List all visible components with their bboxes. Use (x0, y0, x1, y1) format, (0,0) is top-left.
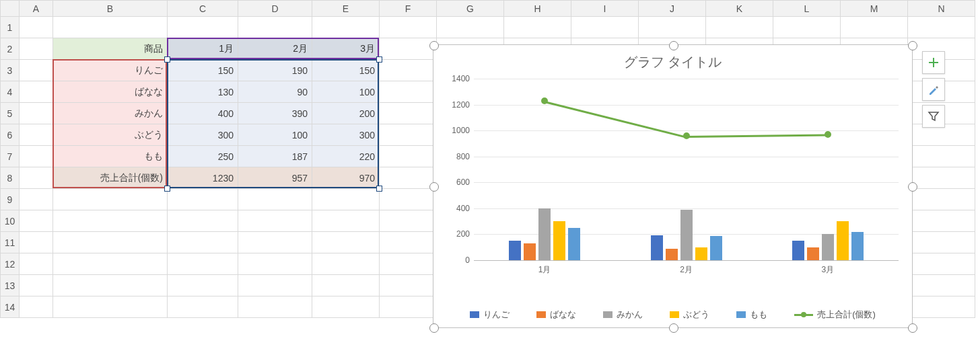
cell-C7[interactable]: 250 (168, 146, 238, 167)
cell-C3[interactable]: 150 (168, 60, 238, 81)
cell-B1[interactable] (53, 17, 168, 38)
cell-F9[interactable] (380, 189, 437, 210)
cell-E12[interactable] (312, 253, 380, 275)
cell-F5[interactable] (380, 103, 437, 124)
cell-E5[interactable]: 200 (312, 103, 380, 124)
cell-F3[interactable] (380, 60, 437, 81)
cell-D8[interactable]: 957 (238, 167, 312, 189)
bar-ぶどう-1月[interactable] (553, 221, 565, 260)
cell-F1[interactable] (380, 17, 437, 38)
cell-B14[interactable] (53, 296, 168, 318)
cell-N8[interactable] (908, 167, 975, 189)
cell-D11[interactable] (238, 232, 312, 253)
row-header-8[interactable]: 8 (1, 167, 20, 189)
col-header-K[interactable]: K (706, 1, 773, 17)
cell-F11[interactable] (380, 232, 437, 253)
col-header-J[interactable]: J (639, 1, 706, 17)
cell-F7[interactable] (380, 146, 437, 167)
chart-object[interactable]: グラフ タイトル 02004006008001000120014001月2月3月… (433, 44, 913, 328)
row-header-7[interactable]: 7 (1, 146, 20, 167)
cell-B3[interactable]: りんご (53, 60, 168, 81)
col-header-I[interactable]: I (571, 1, 639, 17)
bar-もも-1月[interactable] (568, 228, 580, 260)
col-header-E[interactable]: E (312, 1, 380, 17)
col-header-A[interactable]: A (20, 1, 53, 17)
col-header-H[interactable]: H (504, 1, 571, 17)
cell-B9[interactable] (53, 189, 168, 210)
row-header-1[interactable]: 1 (1, 17, 20, 38)
cell-N13[interactable] (908, 275, 975, 296)
chart-elements-button[interactable] (922, 51, 945, 74)
cell-N12[interactable] (908, 253, 975, 275)
cell-C9[interactable] (168, 189, 238, 210)
bar-ばなな-1月[interactable] (524, 243, 536, 260)
cell-D9[interactable] (238, 189, 312, 210)
col-header-M[interactable]: M (841, 1, 908, 17)
cell-B7[interactable]: もも (53, 146, 168, 167)
bar-りんご-2月[interactable] (651, 235, 663, 260)
legend-item-みかん[interactable]: みかん (603, 309, 643, 321)
row-header-14[interactable]: 14 (1, 296, 20, 318)
row-header-9[interactable]: 9 (1, 189, 20, 210)
cell-F14[interactable] (380, 296, 437, 318)
cell-A13[interactable] (20, 275, 53, 296)
cell-H1[interactable] (504, 17, 571, 38)
cell-E10[interactable] (312, 210, 380, 232)
cell-A10[interactable] (20, 210, 53, 232)
chart-resize-handle[interactable] (669, 323, 678, 333)
chart-styles-button[interactable] (922, 78, 945, 101)
cell-A5[interactable] (20, 103, 53, 124)
row-header-11[interactable]: 11 (1, 232, 20, 253)
cell-E4[interactable]: 100 (312, 81, 380, 103)
cell-F2[interactable] (380, 38, 437, 60)
bar-もも-2月[interactable] (710, 236, 722, 260)
cell-D14[interactable] (238, 296, 312, 318)
bar-みかん-1月[interactable] (538, 208, 551, 260)
cell-C13[interactable] (168, 275, 238, 296)
cell-A3[interactable] (20, 60, 53, 81)
cell-A2[interactable] (20, 38, 53, 60)
cell-D5[interactable]: 390 (238, 103, 312, 124)
cell-E13[interactable] (312, 275, 380, 296)
bar-みかん-3月[interactable] (822, 234, 834, 260)
cell-J1[interactable] (639, 17, 706, 38)
col-header-D[interactable]: D (238, 1, 312, 17)
col-header-F[interactable]: F (380, 1, 437, 17)
cell-B11[interactable] (53, 232, 168, 253)
cell-D10[interactable] (238, 210, 312, 232)
cell-A6[interactable] (20, 124, 53, 146)
legend-item-ぶどう[interactable]: ぶどう (670, 309, 709, 321)
cell-B8[interactable]: 売上合計(個数) (53, 167, 168, 189)
chart-resize-handle[interactable] (669, 41, 678, 50)
cell-N11[interactable] (908, 232, 975, 253)
cell-D6[interactable]: 100 (238, 124, 312, 146)
cell-B13[interactable] (53, 275, 168, 296)
row-header-3[interactable]: 3 (1, 60, 20, 81)
bar-ぶどう-2月[interactable] (695, 247, 707, 260)
cell-D3[interactable]: 190 (238, 60, 312, 81)
chart-legend[interactable]: りんごばななみかんぶどうもも売上合計(個数) (433, 309, 912, 321)
cell-F12[interactable] (380, 253, 437, 275)
bar-みかん-2月[interactable] (680, 210, 693, 260)
cell-F10[interactable] (380, 210, 437, 232)
cell-B10[interactable] (53, 210, 168, 232)
cell-N9[interactable] (908, 189, 975, 210)
cell-B2[interactable]: 商品 (53, 38, 168, 60)
chart-resize-handle[interactable] (908, 41, 917, 50)
chart-filter-button[interactable] (922, 105, 945, 128)
cell-M1[interactable] (841, 17, 908, 38)
cell-E9[interactable] (312, 189, 380, 210)
cell-B6[interactable]: ぶどう (53, 124, 168, 146)
cell-E1[interactable] (312, 17, 380, 38)
cell-N1[interactable] (908, 17, 975, 38)
cell-E7[interactable]: 220 (312, 146, 380, 167)
cell-A11[interactable] (20, 232, 53, 253)
cell-G1[interactable] (437, 17, 504, 38)
col-header-G[interactable]: G (437, 1, 504, 17)
cell-C6[interactable]: 300 (168, 124, 238, 146)
cell-B12[interactable] (53, 253, 168, 275)
chart-resize-handle[interactable] (429, 41, 439, 50)
line-point-2月[interactable] (683, 132, 690, 139)
row-header-12[interactable]: 12 (1, 253, 20, 275)
cell-E8[interactable]: 970 (312, 167, 380, 189)
